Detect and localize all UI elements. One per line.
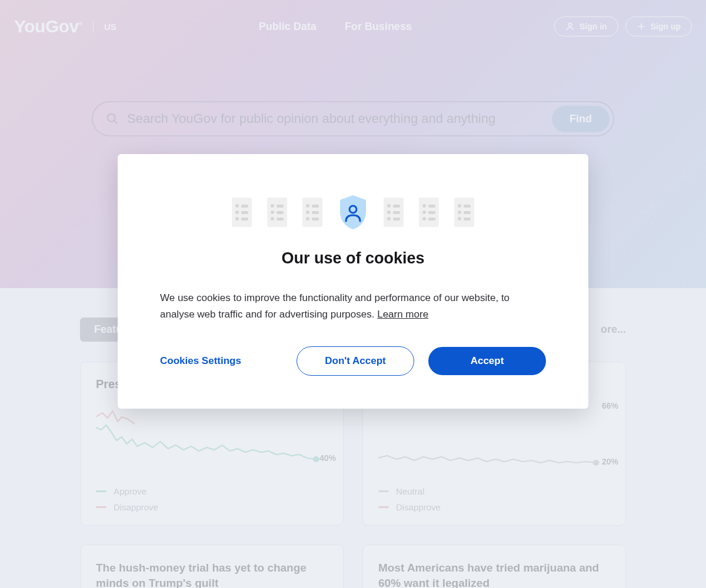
- document-icon: [454, 198, 474, 227]
- cookies-settings-button[interactable]: Cookies Settings: [160, 355, 247, 367]
- document-icon: [267, 198, 287, 227]
- dont-accept-button[interactable]: Don't Accept: [297, 346, 414, 376]
- document-icon: [302, 198, 322, 227]
- document-icon: [384, 198, 404, 227]
- shield-person-icon: [338, 194, 368, 230]
- cookie-modal: Our use of cookies We use cookies to imp…: [118, 154, 588, 409]
- modal-heading: Our use of cookies: [160, 249, 546, 268]
- modal-body-text: We use cookies to improve the functional…: [160, 292, 509, 320]
- learn-more-link[interactable]: Learn more: [377, 309, 428, 320]
- modal-graphic: [160, 194, 546, 230]
- accept-button[interactable]: Accept: [428, 347, 546, 375]
- modal-actions: Cookies Settings Don't Accept Accept: [160, 346, 546, 376]
- modal-body: We use cookies to improve the functional…: [160, 290, 546, 323]
- document-icon: [232, 198, 252, 227]
- document-icon: [419, 198, 439, 227]
